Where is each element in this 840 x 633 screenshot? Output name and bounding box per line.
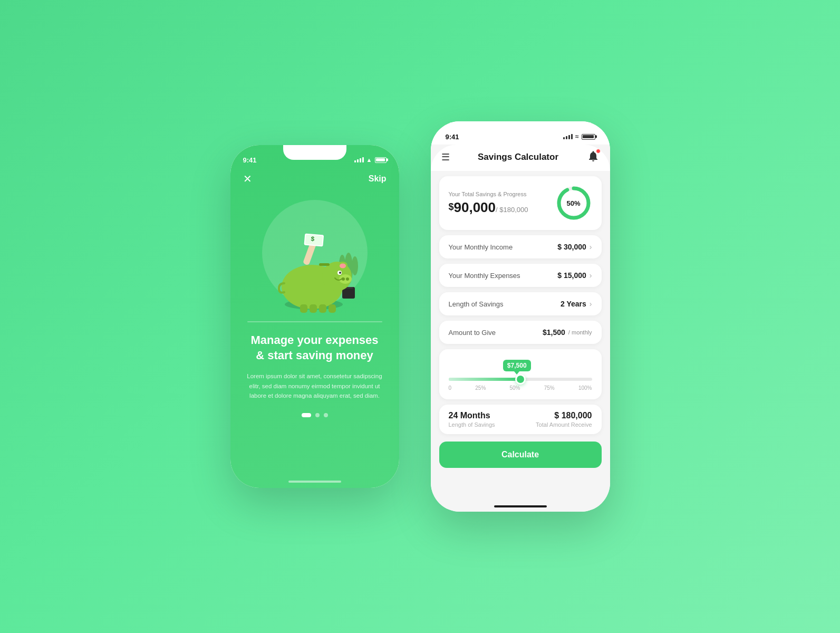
menu-icon[interactable]: ☰ xyxy=(441,151,450,163)
monthly-expenses-value: $ 15,000 xyxy=(557,271,586,280)
amount-to-give-value: $1,500 xyxy=(543,328,565,337)
bell-wrapper[interactable] xyxy=(587,150,600,165)
summary-right: $ 180,000 Total Amount Receive xyxy=(536,411,592,428)
length-of-savings-label: Length of Savings xyxy=(449,300,504,308)
time-2: 9:41 xyxy=(446,133,459,141)
savings-info: Your Total Savings & Progress $90,000/ $… xyxy=(449,191,528,216)
amount-to-give-label: Amount to Give xyxy=(449,329,496,337)
svg-point-12 xyxy=(346,277,349,281)
slider-label-0: 0 xyxy=(449,385,452,391)
illustration-area: $ xyxy=(230,195,399,321)
savings-progress-card: Your Total Savings & Progress $90,000/ $… xyxy=(439,176,602,230)
svg-point-5 xyxy=(352,256,358,275)
slider-track xyxy=(449,378,592,381)
onboarding-title: Manage your expenses & start saving mone… xyxy=(246,333,383,363)
home-indicator-2 xyxy=(494,505,547,507)
slider-label-50: 50% xyxy=(509,385,520,391)
slider-fill-gradient xyxy=(449,378,520,381)
home-indicator-1 xyxy=(288,481,341,483)
slider-card: $7,500 0 25% 50% 75% 10 xyxy=(439,349,602,399)
status-icons-1: ▲ xyxy=(354,157,387,163)
slider-label-25: 25% xyxy=(475,385,486,391)
skip-button[interactable]: Skip xyxy=(369,174,387,184)
nav-bar-1: ✕ Skip xyxy=(230,168,399,189)
donut-percent: 50% xyxy=(566,199,580,207)
amount-to-give-value-wrapper: $1,500 / monthly xyxy=(543,328,592,337)
slider-labels: 0 25% 50% 75% 100% xyxy=(449,385,592,391)
slider-thumb[interactable] xyxy=(515,374,526,385)
monthly-expenses-row[interactable]: Your Monthly Expenses $ 15,000 › xyxy=(439,264,602,287)
summary-row: 24 Months Length of Savings $ 180,000 To… xyxy=(439,405,602,434)
time-1: 9:41 xyxy=(243,156,257,164)
length-of-savings-row[interactable]: Length of Savings 2 Years › xyxy=(439,292,602,315)
savings-label: Your Total Savings & Progress xyxy=(449,191,528,197)
chevron-icon-income: › xyxy=(590,243,592,251)
notch-1 xyxy=(283,145,346,160)
monthly-income-value: $ 30,000 xyxy=(557,243,586,251)
savings-amount: $90,000/ $180,000 xyxy=(449,199,528,216)
battery-icon-1 xyxy=(375,157,387,163)
length-of-savings-value-wrapper: 2 Years › xyxy=(561,300,592,308)
progress-donut: 50% xyxy=(555,185,592,222)
wifi-icon-1: ▲ xyxy=(366,157,372,163)
phone-onboarding: 9:41 ▲ ✕ Skip xyxy=(230,145,399,488)
close-icon[interactable]: ✕ xyxy=(243,172,252,185)
notch-2 xyxy=(491,121,549,135)
monthly-income-row[interactable]: Your Monthly Income $ 30,000 › xyxy=(439,235,602,258)
dot-3[interactable] xyxy=(324,413,328,417)
onboarding-description: Lorem ipsum dolor sit amet, consetetur s… xyxy=(246,371,383,400)
amount-to-give-sub: / monthly xyxy=(568,329,592,335)
svg-rect-15 xyxy=(319,263,330,266)
main-content: Your Total Savings & Progress $90,000/ $… xyxy=(431,171,610,500)
monthly-income-value-wrapper: $ 30,000 › xyxy=(557,243,592,251)
monthly-income-label: Your Monthly Income xyxy=(449,243,513,251)
app-title: Savings Calculator xyxy=(478,152,558,162)
slider-label-75: 75% xyxy=(544,385,555,391)
monthly-expenses-value-wrapper: $ 15,000 › xyxy=(557,271,592,280)
wifi-icon-2: ≈ xyxy=(575,133,579,140)
notification-dot xyxy=(596,149,601,154)
amount-to-give-row: Amount to Give $1,500 / monthly xyxy=(439,321,602,344)
svg-point-9 xyxy=(340,264,346,268)
slider-track-wrapper xyxy=(449,378,592,381)
dot-1[interactable] xyxy=(302,413,311,417)
status-icons-2: ≈ xyxy=(563,133,595,140)
onboarding-content: Manage your expenses & start saving mone… xyxy=(230,333,399,400)
svg-point-14 xyxy=(339,272,341,274)
summary-amount-label: Total Amount Receive xyxy=(536,421,592,428)
battery-icon-2 xyxy=(582,134,595,140)
calculate-button[interactable]: Calculate xyxy=(439,442,602,468)
chevron-icon-savings: › xyxy=(590,300,592,308)
signal-icon-2 xyxy=(563,134,573,139)
savings-total: / $180,000 xyxy=(496,206,528,214)
app-header: ☰ Savings Calculator xyxy=(431,145,610,171)
svg-rect-17 xyxy=(310,304,317,313)
dot-2[interactable] xyxy=(315,413,320,417)
summary-left: 24 Months Length of Savings xyxy=(449,411,495,428)
svg-rect-16 xyxy=(300,304,307,313)
length-of-savings-value: 2 Years xyxy=(561,300,586,308)
slider-label-100: 100% xyxy=(578,385,592,391)
summary-months-label: Length of Savings xyxy=(449,421,495,428)
chevron-icon-expenses: › xyxy=(590,271,592,280)
svg-rect-18 xyxy=(319,304,326,313)
divider-1 xyxy=(247,321,382,322)
signal-icon-1 xyxy=(354,157,364,162)
svg-rect-19 xyxy=(329,304,336,313)
pagination-dots xyxy=(230,413,399,417)
summary-months: 24 Months xyxy=(449,411,495,420)
phone-calculator: 9:41 ≈ ☰ Savings Calculator xyxy=(431,121,610,512)
dollar-sign: $ xyxy=(449,202,454,213)
slider-tooltip: $7,500 xyxy=(503,360,531,371)
piggy-bank-illustration: $ xyxy=(257,205,373,321)
monthly-expenses-label: Your Monthly Expenses xyxy=(449,272,520,280)
summary-amount: $ 180,000 xyxy=(536,411,592,420)
